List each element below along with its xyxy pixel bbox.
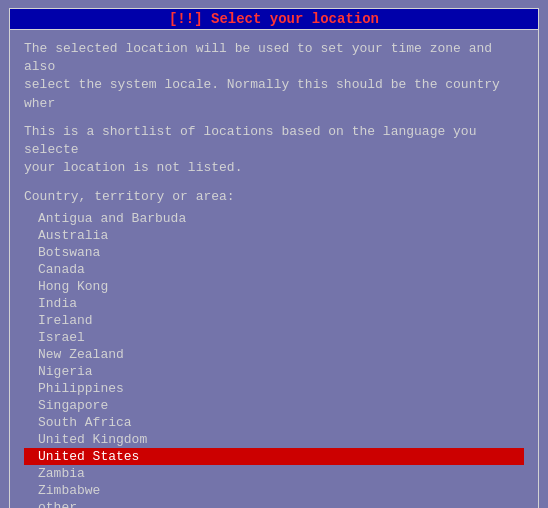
list-item[interactable]: Australia	[24, 227, 524, 244]
description: The selected location will be used to se…	[24, 40, 524, 113]
desc-line1: The selected location will be used to se…	[24, 41, 492, 74]
list-item[interactable]: Philippines	[24, 380, 524, 397]
list-item[interactable]: Israel	[24, 329, 524, 346]
list-item[interactable]: other	[24, 499, 524, 508]
shortlist-line1: This is a shortlist of locations based o…	[24, 124, 476, 157]
list-item[interactable]: Zambia	[24, 465, 524, 482]
list-item[interactable]: United States	[24, 448, 524, 465]
list-item[interactable]: Nigeria	[24, 363, 524, 380]
list-item[interactable]: Canada	[24, 261, 524, 278]
list-item[interactable]: Ireland	[24, 312, 524, 329]
content: The selected location will be used to se…	[10, 30, 538, 508]
list-item[interactable]: India	[24, 295, 524, 312]
list-item[interactable]: Hong Kong	[24, 278, 524, 295]
country-label: Country, territory or area:	[24, 189, 524, 204]
list-item[interactable]: Singapore	[24, 397, 524, 414]
title-bar: [!!] Select your location	[10, 9, 538, 30]
screen: [!!] Select your location The selected l…	[0, 0, 548, 508]
list-container: Antigua and BarbudaAustraliaBotswanaCana…	[24, 210, 524, 508]
country-list[interactable]: Antigua and BarbudaAustraliaBotswanaCana…	[24, 210, 524, 508]
list-item[interactable]: Antigua and Barbuda	[24, 210, 524, 227]
list-item[interactable]: South Africa	[24, 414, 524, 431]
list-item[interactable]: United Kingdom	[24, 431, 524, 448]
desc-line2: select the system locale. Normally this …	[24, 77, 500, 110]
list-item[interactable]: Zimbabwe	[24, 482, 524, 499]
list-item[interactable]: Botswana	[24, 244, 524, 261]
dialog: [!!] Select your location The selected l…	[9, 8, 539, 508]
dialog-title: [!!] Select your location	[169, 11, 379, 27]
shortlist-line2: your location is not listed.	[24, 160, 242, 175]
shortlist-text: This is a shortlist of locations based o…	[24, 123, 524, 178]
list-item[interactable]: New Zealand	[24, 346, 524, 363]
